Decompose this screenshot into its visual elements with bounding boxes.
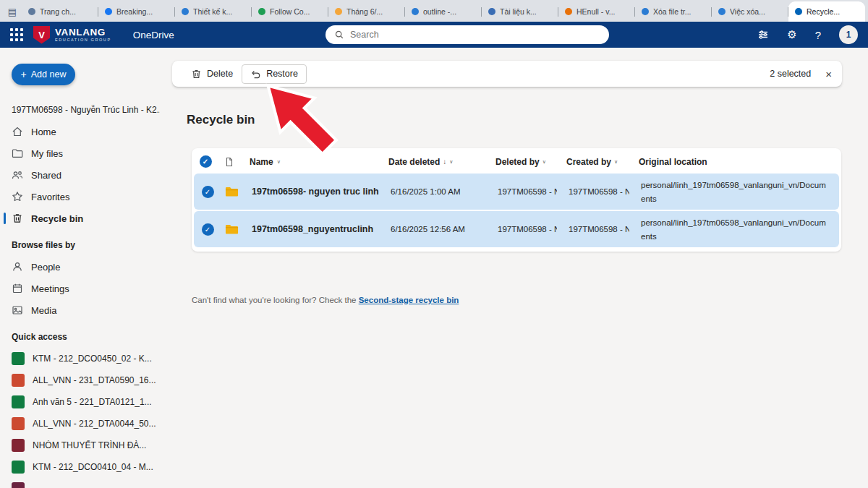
- restore-button[interactable]: Restore: [242, 64, 307, 84]
- account-name: 197TM06598 - Nguyễn Trúc Linh - K2...: [12, 105, 160, 115]
- table-row[interactable]: ✓ 197tm06598_nguyentruclinh 6/16/2025 12…: [194, 211, 839, 247]
- star-icon: [12, 191, 23, 202]
- team-icon: [12, 482, 25, 488]
- column-header-deleted-by[interactable]: Deleted by ∨: [484, 157, 555, 167]
- browser-tab[interactable]: outline -...: [405, 1, 482, 22]
- sidebar-item-recycle-bin[interactable]: Recycle bin: [0, 207, 170, 229]
- quick-access-item[interactable]: NHÓM THUYẾT TRÌNH ĐÀ...: [0, 435, 170, 456]
- add-new-button[interactable]: + Add new: [12, 64, 75, 85]
- sidebar: + Add new 197TM06598 - Nguyễn Trúc Linh …: [0, 48, 170, 488]
- browser-tab[interactable]: Breaking...: [98, 1, 175, 22]
- account-avatar[interactable]: 1: [839, 25, 858, 44]
- column-header-original-location[interactable]: Original location: [627, 157, 841, 167]
- tab-favicon-icon: [182, 8, 189, 15]
- second-stage-recycle-bin-link[interactable]: Second-stage recycle bin: [359, 296, 459, 304]
- quick-access-label-text: Anh văn 5 - 221_DTA0121_1...: [33, 397, 152, 407]
- delete-button[interactable]: Delete: [182, 64, 242, 84]
- table-row[interactable]: ✓ 197tm06598- nguyen truc linh 6/16/2025…: [194, 174, 839, 210]
- quick-access-item[interactable]: ALL_VNN - 212_DTA0044_50...: [0, 413, 170, 435]
- select-all-checkbox[interactable]: ✓: [200, 155, 212, 168]
- plus-icon: +: [21, 69, 27, 80]
- sidebar-item-favorites[interactable]: Favorites: [0, 186, 170, 207]
- row-deleted-by: 197TM06598 - Ng: [498, 225, 557, 234]
- main-content: Delete Restore 2 selected × Recycle bin …: [170, 48, 868, 488]
- tab-label: HEnull - v...: [576, 7, 615, 16]
- quick-access-item[interactable]: Anh văn 5 - 221_DTA0121_1...: [0, 391, 170, 413]
- browser-tab[interactable]: Trang ch...: [22, 1, 98, 22]
- browser-tab[interactable]: Thiết kế k...: [175, 1, 252, 22]
- settings-sliders-icon[interactable]: [757, 29, 769, 40]
- selection-count: 2 selected: [770, 69, 811, 79]
- quick-access-item[interactable]: KTM - 212_DCO0410_04 - M...: [0, 456, 170, 478]
- row-checkbox[interactable]: ✓: [202, 186, 214, 198]
- recycle-bin-table: ✓ Name ∨ Date deleted ↓ ∨ Deleted by ∨: [192, 148, 841, 252]
- quick-access-item[interactable]: KTM - 212_DCO0450_02 - K...: [0, 348, 170, 369]
- page-title: Recycle bin: [187, 113, 255, 127]
- row-checkbox[interactable]: ✓: [202, 223, 214, 236]
- tab-label: Breaking...: [116, 7, 153, 16]
- sidebar-item-media[interactable]: Media: [0, 299, 170, 321]
- browser-tab[interactable]: Tháng 6/...: [328, 1, 405, 22]
- column-header-name[interactable]: Name ∨: [239, 157, 377, 167]
- sidebar-item-label: Home: [31, 127, 56, 137]
- row-original-location: personal/linh_197tm06598_vanlanguni_vn/D…: [641, 218, 826, 241]
- tab-label: Thiết kế k...: [193, 7, 232, 16]
- browser-tab[interactable]: Xóa file tr...: [635, 1, 712, 22]
- column-header-date-deleted[interactable]: Date deleted ↓ ∨: [377, 157, 484, 167]
- app-launcher-icon[interactable]: [10, 28, 23, 41]
- sidebar-item-shared[interactable]: Shared: [0, 164, 170, 186]
- team-icon: [12, 439, 25, 452]
- quick-access-label-text: ALL_VNN - 231_DTA0590_16...: [33, 375, 156, 385]
- row-created-by: 197TM06598 - Ng: [569, 187, 629, 196]
- add-new-label: Add new: [31, 69, 67, 80]
- table-header-row: ✓ Name ∨ Date deleted ↓ ∨ Deleted by ∨: [192, 150, 841, 174]
- quick-access-item[interactable]: [0, 478, 170, 488]
- folder-icon: [12, 147, 23, 159]
- tab-label: Trang ch...: [40, 7, 76, 16]
- quick-access-item[interactable]: ALL_VNN - 231_DTA0590_16...: [0, 369, 170, 391]
- brand-name: VANLANG: [55, 27, 111, 38]
- tab-favicon-icon: [642, 8, 649, 15]
- delete-label: Delete: [207, 69, 233, 79]
- tab-favicon-icon: [795, 8, 802, 15]
- search-input[interactable]: [350, 30, 600, 40]
- hint-text: Can't find what you're looking for? Chec…: [192, 296, 359, 304]
- chevron-down-icon: ∨: [542, 159, 546, 165]
- browser-tab-active[interactable]: Recycle...: [788, 1, 865, 22]
- search-box[interactable]: [326, 25, 609, 44]
- row-created-by: 197TM06598 - Ng: [569, 225, 629, 234]
- trash-icon: [12, 213, 23, 224]
- second-stage-hint: Can't find what you're looking for? Chec…: [192, 296, 459, 304]
- browser-tab[interactable]: Tài liệu k...: [482, 1, 558, 22]
- sidebar-item-my-files[interactable]: My files: [0, 142, 170, 164]
- column-header-created-by[interactable]: Created by ∨: [555, 157, 627, 167]
- browser-tab[interactable]: Follow Co...: [252, 1, 328, 22]
- tab-favicon-icon: [488, 8, 495, 15]
- sidebar-item-meetings[interactable]: Meetings: [0, 278, 170, 299]
- quick-access-label: Quick access: [12, 332, 158, 342]
- browser-tab[interactable]: Việc xóa...: [712, 1, 788, 22]
- tab-label: Xóa file tr...: [653, 7, 692, 16]
- tab-favicon-icon: [28, 8, 35, 15]
- tab-label: Tháng 6/...: [346, 7, 383, 16]
- tab-favicon-icon: [412, 8, 419, 15]
- home-icon: [12, 126, 23, 137]
- quick-access-label-text: KTM - 212_DCO0450_02 - K...: [33, 354, 152, 364]
- app-header: V VANLANG EDUCATION GROUP OneDrive ⚙ ? 1: [0, 22, 868, 48]
- browse-files-by-label: Browse files by: [12, 240, 158, 250]
- browser-tab[interactable]: HEnull - v...: [558, 1, 635, 22]
- row-name: 197tm06598_nguyentruclinh: [252, 224, 373, 234]
- help-icon[interactable]: ?: [815, 29, 821, 41]
- gear-icon[interactable]: ⚙: [787, 28, 796, 41]
- tab-label: outline -...: [423, 7, 456, 16]
- sidebar-item-label: My files: [31, 148, 63, 159]
- clear-selection-icon[interactable]: ×: [825, 68, 832, 80]
- calendar-icon: [12, 283, 23, 294]
- folder-icon: [225, 186, 239, 197]
- quick-access-label-text: KTM - 212_DCO0410_04 - M...: [33, 462, 153, 472]
- tab-search-icon[interactable]: ▤: [3, 1, 22, 22]
- tab-favicon-icon: [258, 8, 265, 15]
- column-label: Name: [250, 157, 273, 167]
- sidebar-item-home[interactable]: Home: [0, 121, 170, 142]
- sidebar-item-people[interactable]: People: [0, 256, 170, 278]
